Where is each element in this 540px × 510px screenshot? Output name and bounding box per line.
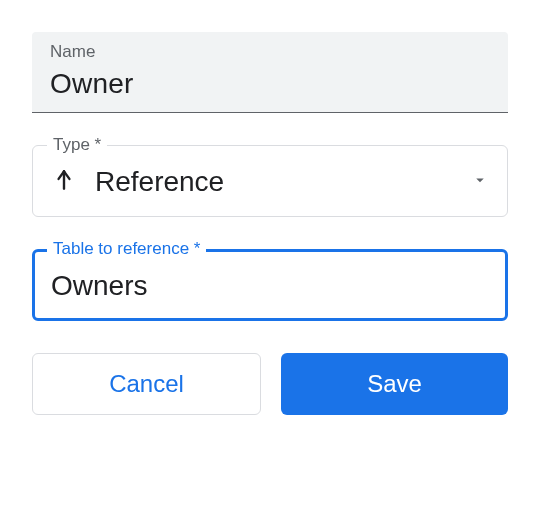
name-label: Name [50, 42, 490, 62]
dialog-actions: Cancel Save [32, 353, 508, 415]
table-reference-field[interactable]: Table to reference * Owners [32, 249, 508, 321]
type-field[interactable]: Type * Reference [32, 145, 508, 217]
reference-type-icon [51, 167, 77, 197]
save-button[interactable]: Save [281, 353, 508, 415]
table-reference-value: Owners [51, 270, 489, 302]
type-label: Type * [47, 135, 107, 155]
table-reference-label: Table to reference * [47, 239, 206, 259]
type-value: Reference [95, 166, 453, 198]
name-field[interactable]: Name Owner [32, 32, 508, 113]
chevron-down-icon [471, 171, 489, 193]
cancel-button[interactable]: Cancel [32, 353, 261, 415]
name-value: Owner [50, 68, 490, 100]
